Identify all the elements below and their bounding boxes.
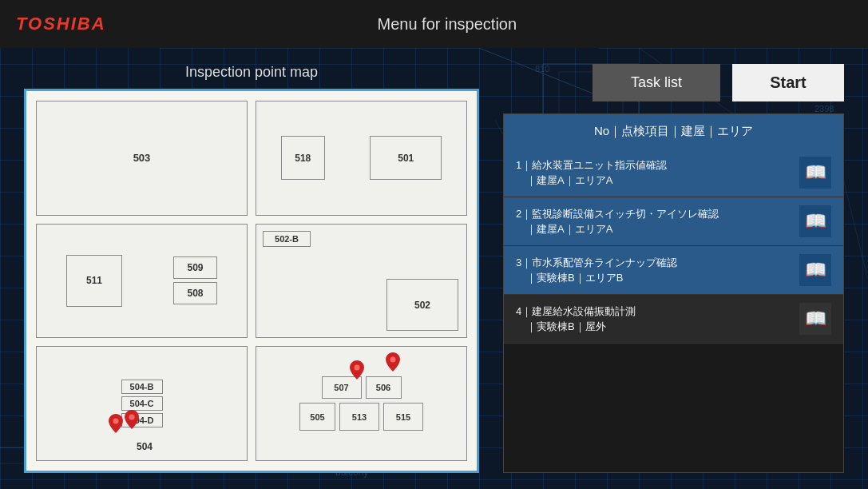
task-text-4: 4｜建屋給水設備振動計測 ｜実験棟B｜屋外 [516,304,791,335]
main-content: Inspection point map 503 518 501 511 [0,48,868,489]
room-518-501-container: 518 501 [256,101,467,216]
room-505: 505 [299,403,335,431]
room-518: 518 [281,136,325,180]
top-rooms-row: 507 506 [322,376,402,399]
room-509-508-group: 509 508 [173,256,217,304]
room-502b-label: 502-B [263,231,311,247]
task-icon-3[interactable]: 📖 [799,254,831,286]
top-buttons: Task list Start [503,64,844,101]
room-505-507-area: 507 506 505 513 515 [256,346,467,461]
pin-513 [386,352,400,375]
task-row-3[interactable]: 3｜市水系配管弁ラインナップ確認 ｜実験棟B｜エリアB📖 [504,246,843,295]
room-501: 501 [370,136,442,180]
right-panel: Task list Start No｜点検項目｜建屋｜エリア 1｜給水装置ユニッ… [503,64,844,473]
room-503: 503 [36,101,248,216]
task-text-1: 1｜給水装置ユニット指示値確認 ｜建屋A｜エリアA [516,157,791,189]
task-table-header: No｜点検項目｜建屋｜エリア [504,114,843,149]
task-icon-1[interactable]: 📖 [799,157,831,189]
left-panel: Inspection point map 503 518 501 511 [24,64,479,473]
task-icon-4[interactable]: 📖 [799,303,831,335]
task-row-1[interactable]: 1｜給水装置ユニット指示値確認 ｜建屋A｜エリアA📖 [504,149,843,197]
inspection-map: 503 518 501 511 509 [24,89,479,473]
toshiba-logo: TOSHIBA [16,14,106,34]
pin-504-1 [109,414,123,436]
room-511: 511 [66,255,122,307]
room-502-area: 502-B 502 [256,224,467,339]
room-508: 508 [173,282,217,304]
pin-507 [350,360,364,383]
room-502: 502 [386,279,458,331]
page-title: Menu for inspection [106,15,788,34]
pin-504-2 [125,410,139,432]
task-rows-container: 1｜給水装置ユニット指示値確認 ｜建屋A｜エリアA📖2｜監視診断設備スイッチ切・… [504,149,843,344]
inspection-map-title: Inspection point map [24,64,479,81]
room-511-area: 511 509 508 [36,224,248,339]
task-text-2: 2｜監視診断設備スイッチ切・アイソレ確認 ｜建屋A｜エリアA [516,206,791,237]
start-button[interactable]: Start [732,64,844,101]
room-515: 515 [383,403,423,431]
bottom-rooms-row: 505 513 515 [299,403,423,431]
room-504-area: 504-B 504-C 504-D 504 [36,346,248,461]
header: TOSHIBA Menu for inspection [0,0,868,48]
svg-point-19 [113,419,119,424]
room-504c: 504-C [121,396,163,411]
room-506: 506 [366,376,402,399]
svg-point-21 [354,365,359,371]
svg-point-20 [129,415,135,420]
room-509: 509 [173,256,217,279]
room-502b: 502-B [263,231,311,247]
task-icon-2[interactable]: 📖 [799,205,831,237]
task-text-3: 3｜市水系配管弁ラインナップ確認 ｜実験棟B｜エリアB [516,255,791,286]
svg-point-22 [390,357,395,363]
task-row-4[interactable]: 4｜建屋給水設備振動計測 ｜実験棟B｜屋外📖 [504,295,843,344]
task-list-button[interactable]: Task list [593,64,720,101]
room-504-label: 504 [137,441,153,452]
room-513: 513 [339,403,379,431]
task-row-2[interactable]: 2｜監視診断設備スイッチ切・アイソレ確認 ｜建屋A｜エリアA📖 [504,197,843,246]
task-table: No｜点検項目｜建屋｜エリア 1｜給水装置ユニット指示値確認 ｜建屋A｜エリアA… [503,113,844,473]
room-504b: 504-B [121,380,163,394]
